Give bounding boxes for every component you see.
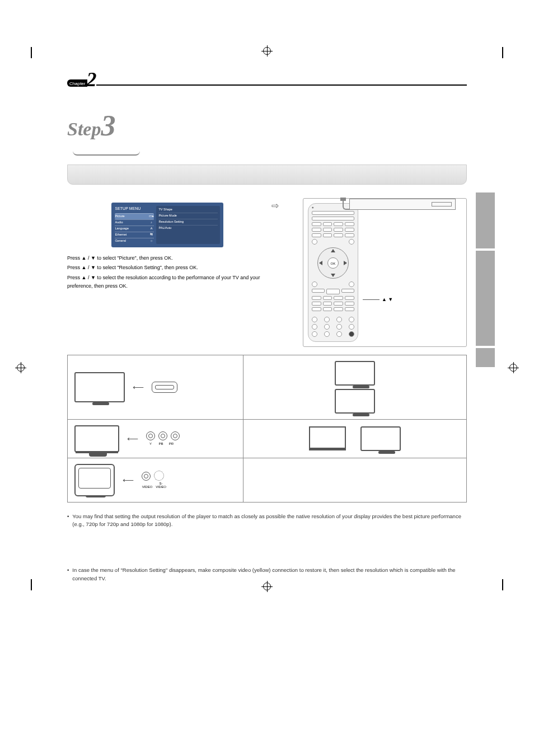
hdmi-plug-icon [152, 382, 177, 393]
chapter-label: Chapter [67, 79, 87, 87]
right-column: ◉ OK [286, 198, 467, 347]
instruction-line: Press ▲ / ▼ to select the resolution acc… [67, 274, 268, 291]
note-bullet: • In case the menu of "Resolution Settin… [67, 566, 467, 583]
cable-arrow-icon: ⟵ [127, 434, 138, 443]
down-triangle-icon: ▼ [91, 255, 96, 261]
remote-diagram-box: ◉ OK [303, 198, 467, 347]
setup-submenu-item: PAL/Auto [158, 226, 218, 231]
tv-osd-diagram [349, 199, 456, 210]
setup-submenu: TV Shape Picture Mode Resolution Setting… [156, 206, 220, 244]
resolution-options-diagram [250, 361, 460, 414]
jack-pr-icon [171, 431, 180, 440]
setup-submenu-item: TV Shape [158, 207, 218, 213]
note-text: You may find that setting the output res… [72, 513, 467, 529]
crop-mark [20, 579, 31, 590]
dpad-left-icon [319, 261, 322, 265]
jack-y-icon [146, 431, 155, 440]
dpad-up-icon [331, 249, 335, 252]
jack-label: VIDEO [142, 485, 153, 489]
chapter-header: Chapter 2 [67, 73, 467, 87]
setup-menu-diagram: SETUP MENU Picture▭▸ Audio♪ LanguageA Et… [111, 203, 223, 247]
remote-round-button [349, 239, 354, 245]
av-jacks-icon [142, 471, 168, 481]
side-tab [476, 348, 495, 367]
jack-label: PR [167, 442, 176, 445]
instruction-line: Press ▲ / ▼ to select "Picture", then pr… [67, 254, 268, 262]
general-icon: ☼ [148, 239, 154, 243]
decorative-curve [73, 151, 140, 156]
jack-pb-icon [158, 431, 167, 440]
video-jack-icon [142, 472, 151, 481]
cable-arrow-icon: ⟵ [123, 476, 134, 485]
cable-arrow-icon: ⟵ [133, 383, 144, 392]
ethernet-icon: ⇆ [148, 233, 154, 237]
note-text: In case the menu of "Resolution Setting"… [72, 566, 467, 583]
dpad-down-icon [331, 274, 335, 277]
jack-label: S-VIDEO [154, 482, 168, 489]
side-tab [476, 251, 495, 346]
component-jacks-icon [146, 431, 180, 440]
section-banner [67, 165, 467, 185]
setup-submenu-item: Resolution Setting [158, 219, 218, 226]
instruction-line: Press ▲ / ▼ to select "Resolution Settin… [67, 264, 268, 272]
setup-menu-item: General☼ [115, 238, 154, 244]
remote-callout: ▲ ▼ [363, 257, 393, 342]
setup-menu-item: LanguageA [115, 226, 154, 232]
projector-diagram [250, 426, 460, 451]
remote-control-diagram: ◉ OK [308, 203, 358, 342]
crop-mark [20, 47, 31, 58]
note-bullet: • You may find that setting the output r… [67, 513, 467, 529]
crop-mark [503, 47, 514, 58]
side-tab [476, 192, 495, 248]
tv-icon [335, 361, 375, 386]
tv-icon [335, 389, 375, 414]
setup-menu-item: Audio♪ [115, 219, 154, 226]
widescreen-tv-icon [74, 372, 125, 402]
language-icon: A [148, 227, 154, 231]
step-number: 3 [101, 109, 115, 142]
empty-cell [243, 458, 466, 502]
divider [96, 84, 467, 86]
callout-arrows: ▲ ▼ [382, 296, 393, 303]
projection-tv-icon [309, 426, 346, 450]
composite-connection-diagram: ⟵ VIDEO S-VIDEO [74, 464, 236, 496]
remote-ok-button: OK [327, 257, 339, 269]
bullet-icon: • [67, 566, 69, 583]
flat-tv-icon [74, 425, 119, 452]
crop-mark [491, 579, 503, 590]
picture-icon: ▭▸ [148, 214, 154, 219]
connection-table: ⟵ ⟵ [67, 355, 467, 503]
down-triangle-icon: ▼ [91, 275, 96, 280]
registration-mark-icon [17, 364, 25, 372]
crop-mark [503, 579, 514, 590]
down-triangle-icon: ▼ [91, 265, 96, 270]
crt-tv-icon [74, 464, 115, 496]
setup-submenu-item: Picture Mode [158, 213, 218, 219]
crop-mark [491, 47, 503, 58]
registration-mark-icon [509, 364, 517, 372]
crop-mark [31, 47, 43, 58]
registration-mark-icon [263, 47, 271, 55]
notes-section: • You may find that setting the output r… [67, 513, 467, 583]
chapter-number: 2 [86, 73, 96, 87]
table-row: ⟵ VIDEO S-VIDEO [68, 458, 467, 502]
left-column: SETUP MENU Picture▭▸ Audio♪ LanguageA Et… [67, 198, 268, 347]
registration-mark-icon [263, 583, 271, 590]
tv-icon [360, 426, 401, 451]
remote-round-button [312, 281, 317, 287]
hdmi-connection-diagram: ⟵ [74, 372, 236, 402]
arrow-separator: ⇨ [271, 198, 283, 347]
audio-icon: ♪ [148, 220, 154, 225]
bullet-icon: • [67, 513, 69, 529]
dpad-right-icon [344, 261, 347, 265]
table-row: ⟵ [68, 355, 467, 419]
setup-menu-title: SETUP MENU [115, 206, 154, 213]
remote-round-button [349, 281, 354, 287]
step-heading: Step 3 [67, 109, 467, 156]
svideo-jack-icon [154, 471, 164, 481]
setup-menu-item: Picture▭▸ [115, 213, 154, 219]
step-word: Step [67, 119, 101, 140]
component-connection-diagram: ⟵ Y PB PR [74, 425, 236, 452]
table-row: ⟵ Y PB PR [68, 419, 467, 458]
setup-menu-item: Ethernet⇆ [115, 232, 154, 238]
